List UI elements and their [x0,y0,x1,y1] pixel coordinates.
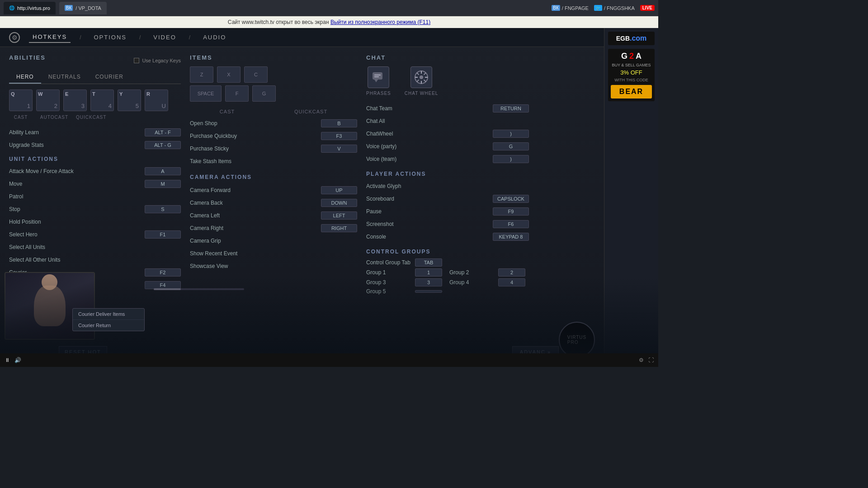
play-pause-button[interactable]: ⏸ [5,357,10,363]
link-fnggshka[interactable]: 🐦 / FNGGSHKA [594,5,635,11]
nav-audio[interactable]: AUDIO [199,32,230,42]
egb-logo[interactable]: EGB.com [608,32,655,45]
control-groups-title: CONTROL GROUPS [366,249,529,255]
bind-select-hero: Select Hero F1 [9,229,181,240]
g2a-ad-block[interactable]: G 2 A BUY & SELL GAMES 3% OFF WITH THIS … [608,49,655,101]
svg-rect-2 [374,75,381,75]
tab-hero[interactable]: HERO [9,71,41,84]
nav-video[interactable]: VIDEO [150,32,179,42]
svg-point-5 [420,75,423,79]
browser-bar: 🌐 http://virtus.pro ВК / VP_DOTA ВК / FN… [0,0,658,16]
bind-hold-position: Hold Position [9,216,181,227]
control-groups-row-2: Group 3 3 Group 4 4 [366,278,529,286]
volume-button[interactable]: 🔊 [14,357,21,363]
item-slot-x[interactable]: X [217,66,241,83]
item-slot-f[interactable]: F [225,85,249,102]
tab-favicon: 🌐 [9,5,14,10]
bind-screenshot: Screenshot F6 [366,219,529,230]
bind-take-stash: Take Stash Items [190,156,357,167]
tab-neutrals[interactable]: NEUTRALS [41,71,88,84]
cast-labels: CAST AUTOCAST QUICKCAST [9,115,181,120]
ability-key-q[interactable]: Q 1 [9,89,33,111]
ability-key-w[interactable]: W 2 [36,89,60,111]
link-fngpage[interactable]: ВК / FNGPAGE [552,5,589,11]
bind-scoreboard: Scoreboard CAPSLOCK [366,193,529,204]
fullscreen-button[interactable]: ⛶ [648,357,654,363]
item-slot-g[interactable]: G [252,85,276,102]
bind-attack-move: Attack Move / Force Attack A [9,166,181,177]
items-title: ITEMS [190,54,357,61]
dropdown-menu: Courier Deliver Items Courier Return [72,308,145,331]
bind-camera-forward: Camera Forward UP [190,185,357,196]
ability-key-y[interactable]: Y 5 [118,89,141,111]
discount-text: 3% OFF [611,69,652,76]
bind-open-shop: Open Shop B [190,118,357,129]
settings-button[interactable]: ⚙ [639,357,644,363]
bind-select-all-units: Select All Units [9,242,181,253]
phrases-icon[interactable] [368,66,389,88]
chat-wheel-icon-block: CHAT WHEEL [405,66,439,96]
dropdown-item-deliver[interactable]: Courier Deliver Items [73,309,144,320]
col-items-camera: ITEMS Z X C SPACE F G CAST QUICKCAST Ope… [190,54,357,356]
unit-actions-title: UNIT ACTIONS [9,156,181,162]
bind-purchase-quickbuy: Purchase Quickbuy F3 [190,131,357,141]
scroll-thumb[interactable] [154,288,181,290]
browser-right-links: ВК / FNGPAGE 🐦 / FNGGSHKA LIVE [552,5,655,11]
ability-key-r[interactable]: R U [145,89,168,111]
nav-hotkeys[interactable]: HOTKEYS [29,32,71,43]
upgrade-stats-label: Upgrade Stats [9,142,145,148]
svg-rect-0 [373,72,382,80]
svg-line-12 [424,73,426,75]
notification-link[interactable]: Выйти из полноэкранного режима (F11) [330,19,430,25]
bind-patrol: Patrol [9,191,181,202]
legacy-keys-checkbox[interactable] [134,58,139,63]
col-chat-player: CHAT PHRASES [366,54,529,356]
notification-text: Сайт www.twitch.tv открыт во весь экран [228,19,329,25]
scroll-indicator[interactable] [154,288,244,290]
cast-label-autocast: AUTOCAST [36,115,72,120]
chat-wheel-icon[interactable] [410,66,432,88]
chat-icons: PHRASES [366,66,529,96]
tab-icon-vk: ВК [65,5,73,11]
tab-vp-dota[interactable]: ВК / VP_DOTA [59,2,107,14]
item-slot-z[interactable]: Z [190,66,213,83]
bind-voice-party: Voice (party) G [366,141,529,152]
bind-showcase-view: Showcase View [190,261,357,272]
bind-activate-glyph: Activate Glyph [366,181,529,192]
upgrade-stats-value[interactable]: ALT - G [145,141,181,149]
ability-key-e[interactable]: E 3 [63,89,87,111]
g2a-subtitle: BUY & SELL GAMES [611,63,652,67]
bind-pause: Pause F9 [366,206,529,217]
chat-title: CHAT [366,54,529,61]
bind-chat-team: Chat Team RETURN [366,103,529,114]
phrases-icon-block: PHRASES [366,66,391,96]
bind-move: Move M [9,178,181,189]
bind-camera-grip: Camera Grip [190,235,357,246]
control-groups-row-3: Group 5 [366,288,529,295]
dropdown-item-return[interactable]: Courier Return [73,320,144,331]
item-slot-space[interactable]: SPACE [190,85,222,102]
item-slot-c[interactable]: C [244,66,268,83]
ability-key-t[interactable]: T 4 [90,89,114,111]
bind-chat-all: Chat All [366,116,529,127]
notification-bar: Сайт www.twitch.tv открыт во весь экран … [0,16,658,28]
ability-learn-value[interactable]: ALT - F [145,128,181,136]
camera-title: CAMERA ACTIONS [190,174,357,180]
nav-options[interactable]: OPTIONS [90,32,130,42]
tab-virtus[interactable]: 🌐 http://virtus.pro [4,2,56,14]
chat-wheel-label: CHAT WHEEL [405,91,439,96]
settings-gear-icon[interactable]: ⚙ [9,32,20,43]
legacy-keys-group: Use Legacy Keys [134,58,181,63]
bind-show-recent: Show Recent Event [190,248,357,259]
bear-badge: BEAR [611,85,652,99]
ad-sidebar: EGB.com G 2 A BUY & SELL GAMES 3% OFF WI… [604,28,658,367]
phrases-label: PHRASES [366,91,391,96]
bind-camera-back: Camera Back DOWN [190,197,357,208]
bind-camera-left: Camera Left LEFT [190,210,357,221]
tab-courier[interactable]: COURIER [88,71,131,84]
game-ui: ⚙ HOTKEYS / OPTIONS / VIDEO / AUDIO ABOU… [0,28,658,367]
svg-line-10 [417,73,419,75]
bind-voice-team: Voice (team) ) [366,154,529,164]
bind-camera-right: Camera Right RIGHT [190,223,357,234]
bind-console: Console KEYPAD 8 [366,231,529,242]
